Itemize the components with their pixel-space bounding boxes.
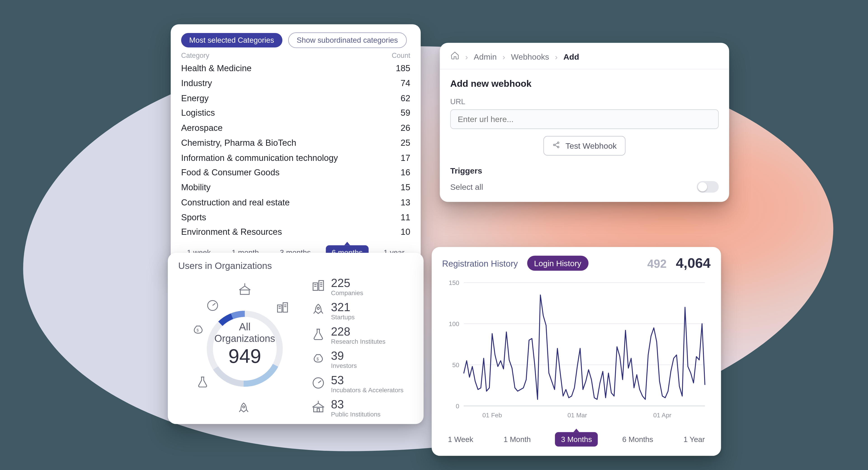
category-name: Environment & Resources <box>181 226 282 239</box>
category-name: Construction and real estate <box>181 196 289 209</box>
org-label: Incubators & Accelerators <box>331 386 403 394</box>
svg-point-2 <box>558 146 559 148</box>
url-input[interactable] <box>450 109 719 129</box>
category-count: 11 <box>401 211 410 223</box>
table-row: Chemistry, Pharma & BioTech25 <box>181 135 410 150</box>
breadcrumb: › Admin › Webhooks › Add <box>440 51 729 69</box>
range-tab[interactable]: 1 Year <box>678 432 711 446</box>
category-count: 13 <box>401 196 410 209</box>
history-range-tabs: 1 Week1 Month3 Months6 Months1 Year <box>442 432 711 446</box>
org-count: 225 <box>331 277 363 288</box>
svg-text:01 Apr: 01 Apr <box>653 412 671 419</box>
moneybag-icon: $ <box>311 351 325 368</box>
table-row: Construction and real estate13 <box>181 195 410 210</box>
svg-text:0: 0 <box>456 403 459 410</box>
select-all-label: Select all <box>450 182 483 191</box>
history-card: Registration History Login History 492 4… <box>432 247 721 456</box>
home-icon[interactable] <box>450 51 460 62</box>
category-count: 25 <box>401 136 410 149</box>
crumb-add: Add <box>563 52 579 61</box>
range-tab[interactable]: 1 Month <box>498 432 536 446</box>
chevron-right-icon: › <box>465 52 468 61</box>
category-count: 15 <box>401 181 410 194</box>
chevron-right-icon: › <box>502 52 505 61</box>
gauge-icon <box>311 376 325 392</box>
category-count: 74 <box>401 77 410 90</box>
category-name: Industry <box>181 77 212 90</box>
org-count: 53 <box>331 374 403 386</box>
svg-point-1 <box>558 142 559 144</box>
categories-card: Most selected Categories Show subordinat… <box>170 24 421 269</box>
category-name: Food & Consumer Goods <box>181 166 279 179</box>
category-name: Aerospace <box>181 122 223 134</box>
org-stat-item: 321Startups <box>311 302 413 320</box>
col-count: Count <box>392 52 410 60</box>
category-name: Chemistry, Pharma & BioTech <box>181 136 296 149</box>
category-count: 26 <box>401 122 410 134</box>
table-row: Aerospace26 <box>181 120 410 135</box>
table-row: Food & Consumer Goods16 <box>181 165 410 180</box>
org-count: 39 <box>331 350 357 362</box>
table-row: Environment & Resources10 <box>181 225 410 240</box>
crumb-admin[interactable]: Admin <box>474 52 497 61</box>
donut-center-line2: Organizations <box>215 333 275 345</box>
org-stat-item: 225Companies <box>311 277 413 296</box>
svg-rect-31 <box>317 408 319 411</box>
tab-show-subordinated[interactable]: Show subordinated categories <box>288 32 407 48</box>
test-webhook-label: Test Webhook <box>565 141 617 151</box>
test-webhook-button[interactable]: Test Webhook <box>544 136 625 156</box>
category-name: Logistics <box>181 107 215 119</box>
tab-registration-history[interactable]: Registration History <box>442 258 518 268</box>
table-row: Mobility15 <box>181 180 410 195</box>
category-count: 185 <box>396 62 410 74</box>
url-label: URL <box>450 97 719 106</box>
org-label: Companies <box>331 289 363 296</box>
org-label: Investors <box>331 362 357 369</box>
svg-text:01 Feb: 01 Feb <box>483 412 502 419</box>
tab-login-history[interactable]: Login History <box>527 256 588 271</box>
category-name: Information & communication technology <box>181 151 338 164</box>
svg-text:50: 50 <box>452 362 459 369</box>
webhook-title: Add new webhook <box>450 79 719 89</box>
table-row: Information & communication technology17 <box>181 150 410 165</box>
range-tab[interactable]: 1 Week <box>442 432 479 446</box>
triggers-label: Triggers <box>450 166 719 175</box>
range-tab[interactable]: 6 Months <box>616 432 659 446</box>
range-tab[interactable]: 3 Months <box>555 432 598 446</box>
svg-rect-14 <box>283 303 287 312</box>
org-stat-item: 83Public Institutions <box>311 399 413 417</box>
svg-text:100: 100 <box>449 320 459 327</box>
login-history-chart: 05010015001 Feb01 Mar01 Apr <box>442 276 711 427</box>
crumb-webhooks[interactable]: Webhooks <box>511 52 549 61</box>
category-name: Health & Medicine <box>181 62 252 74</box>
select-all-toggle[interactable] <box>697 181 719 192</box>
category-count: 16 <box>401 166 410 179</box>
table-row: Health & Medicine185 <box>181 61 410 76</box>
svg-text:01 Mar: 01 Mar <box>567 412 587 419</box>
category-count: 17 <box>401 151 410 164</box>
chevron-right-icon: › <box>555 52 558 61</box>
svg-point-10 <box>208 301 218 311</box>
svg-point-0 <box>554 144 555 146</box>
institution-icon <box>311 400 325 416</box>
svg-rect-8 <box>240 290 249 294</box>
svg-text:150: 150 <box>449 279 459 286</box>
svg-point-12 <box>243 406 245 408</box>
rocket-icon <box>311 303 325 319</box>
organizations-card: Users in Organizations <box>168 253 424 424</box>
org-label: Public Institutions <box>331 411 380 418</box>
webhook-card: › Admin › Webhooks › Add Add new webhook… <box>440 43 729 202</box>
svg-rect-29 <box>314 407 323 411</box>
table-row: Industry74 <box>181 76 410 91</box>
org-stat-item: 228Research Institutes <box>311 325 413 345</box>
donut-center-total: 949 <box>215 345 275 368</box>
org-label: Research Institutes <box>331 338 385 345</box>
share-icon <box>552 140 561 151</box>
category-count: 10 <box>401 226 410 239</box>
org-count: 83 <box>331 399 380 410</box>
svg-text:$: $ <box>316 356 319 361</box>
tab-most-selected[interactable]: Most selected Categories <box>181 33 282 48</box>
table-row: Logistics59 <box>181 105 410 120</box>
org-count: 321 <box>331 302 355 313</box>
flask-icon <box>311 327 325 343</box>
